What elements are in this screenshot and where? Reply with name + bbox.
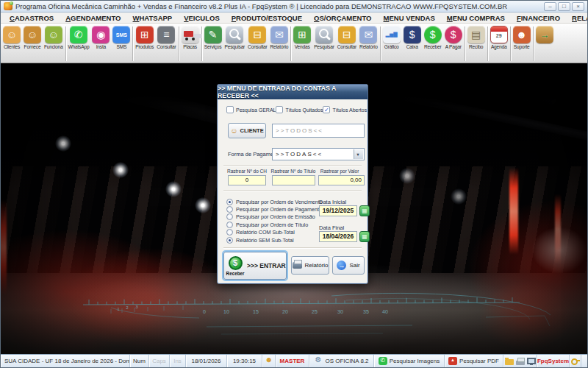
cliente-button[interactable]: ☺ CLIENTE bbox=[228, 123, 266, 138]
red-light-strip bbox=[509, 168, 518, 255]
receipt-icon: ▤ bbox=[467, 26, 485, 43]
checkbox-box[interactable] bbox=[226, 106, 234, 113]
cliente-input[interactable]: >>TODOS<< bbox=[272, 124, 365, 138]
rastrear-input-2[interactable] bbox=[272, 175, 315, 185]
radio-dot[interactable] bbox=[226, 222, 233, 228]
data-final-input[interactable]: 18/04/2026 bbox=[319, 231, 357, 242]
toolbar-consultar[interactable]: ⊟Consultar bbox=[336, 25, 358, 50]
menu-produto-estoque[interactable]: PRODUTO/ESTOQUE bbox=[226, 14, 308, 22]
radio-pesquisar-por-ordem-de-titulo[interactable]: Pesquisar por Ordem de Título bbox=[226, 221, 320, 228]
data-inicial-calendar-button[interactable]: ▦ bbox=[359, 205, 370, 216]
status-os-version: OS OFICINA 8.2 bbox=[309, 355, 374, 367]
radio-dot[interactable] bbox=[226, 237, 233, 244]
radio-dot[interactable] bbox=[226, 199, 233, 205]
checkbox-box[interactable]: ✓ bbox=[323, 106, 330, 113]
toolbar-produtos[interactable]: ⊞Produtos bbox=[134, 25, 155, 50]
menu-agendamento[interactable]: AGENDAMENTO bbox=[60, 14, 126, 22]
restore-button[interactable]: □ bbox=[558, 2, 570, 11]
whatsapp-icon: ✆ bbox=[70, 26, 87, 43]
checkbox-pesquisa-geral[interactable]: Pesquisa GERAL bbox=[226, 106, 276, 113]
archive-icon: ⊟ bbox=[338, 26, 356, 43]
relatorio-button[interactable]: Relatório bbox=[291, 256, 329, 275]
checkbox-titulos-quitados[interactable]: Títulos Quitados bbox=[276, 106, 323, 113]
toolbar-pesquisar[interactable]: Pesquisar bbox=[312, 25, 336, 50]
toolbar-label: Pesquisar bbox=[314, 44, 334, 49]
checkbox-box[interactable] bbox=[276, 106, 283, 113]
svg-text:30: 30 bbox=[337, 309, 343, 314]
menu-cadastros[interactable]: CADASTROS bbox=[4, 14, 60, 22]
radio-dot[interactable] bbox=[226, 213, 233, 220]
forma-pagamento-select[interactable]: >>TODAS<< ▼ bbox=[272, 148, 365, 160]
toolbar-insta[interactable]: ◉Insta bbox=[90, 25, 111, 50]
rastrear-input-1[interactable]: 0 bbox=[228, 175, 266, 185]
radio-dot[interactable] bbox=[226, 229, 233, 236]
toolbar-grafico[interactable]: ▂▅▇Gráfico bbox=[381, 25, 402, 50]
menu-whatsapp[interactable]: WHATSAPP bbox=[127, 14, 179, 22]
status-search-images[interactable]: Pesquisar Imagens bbox=[374, 355, 445, 367]
toolbar-clientes[interactable]: ☺Clientes bbox=[1, 25, 22, 50]
radio-relatorio-sem-sub-total[interactable]: Relatório SEM Sub-Total bbox=[226, 236, 320, 244]
sair-button[interactable]: → Sair bbox=[332, 256, 365, 275]
toolbar-receber[interactable]: $Receber bbox=[423, 25, 443, 50]
chevron-down-icon: ▼ bbox=[354, 149, 363, 159]
menu-bar: CADASTROSAGENDAMENTOWHATSAPPVEICULOSPROD… bbox=[1, 13, 587, 24]
minimize-button[interactable]: – bbox=[544, 2, 556, 11]
radio-pesquisar-por-ordem-de-emissao[interactable]: Pesquisar por Ordem de Emissão bbox=[226, 213, 320, 221]
toolbar-agenda[interactable]: 29Agenda bbox=[489, 25, 509, 50]
sales-cart-icon: ⊞ bbox=[293, 26, 311, 43]
clients-icon: ☺ bbox=[3, 26, 21, 43]
radio-pesquisar-por-ordem-de-vencimento[interactable]: Pesquisar por Ordem de Vencimento bbox=[226, 198, 320, 205]
radio-pesquisar-por-ordem-de-pagamento[interactable]: Pesquisar por Ordem de Pagamento bbox=[226, 205, 320, 213]
toolbar-a-pagar[interactable]: $A Pagar bbox=[443, 25, 464, 50]
menu-financeiro[interactable]: FINANCEIRO bbox=[511, 14, 566, 22]
radio-relatorio-com-sub-total[interactable]: Relatório COM Sub-Total bbox=[226, 229, 320, 236]
dollar-coin-icon: $ bbox=[229, 256, 243, 270]
checkbox-row: Pesquisa GERALTítulos Quitados✓Títulos A… bbox=[226, 106, 363, 113]
checkbox-titulos-abertos[interactable]: ✓Títulos Abertos bbox=[323, 106, 367, 113]
status-search-pdf[interactable]: Pesquisar PDF bbox=[445, 355, 503, 367]
toolbar-sms[interactable]: SMSSMS bbox=[111, 25, 132, 50]
toolbar-separator bbox=[487, 26, 488, 61]
status-text: MASTER bbox=[280, 358, 305, 364]
toolbar-relatorio[interactable]: ✉Relatório bbox=[269, 25, 290, 50]
toolbar-label: Fornece bbox=[24, 44, 41, 49]
toolbar-label: Suporte bbox=[514, 44, 530, 49]
toolbar-separator bbox=[510, 26, 511, 61]
menu-veiculos[interactable]: VEICULOS bbox=[178, 14, 226, 22]
menu-relatorios[interactable]: RELATÓRIOS bbox=[566, 14, 588, 22]
toolbar-consultar[interactable]: ⊟Consultar bbox=[246, 25, 268, 50]
toolbar-fornece[interactable]: ☺Fornece bbox=[22, 25, 43, 50]
dialog-title[interactable]: >> MENU DE ENTRADA DO CONTAS A RECEBER <… bbox=[218, 85, 368, 99]
search-icon bbox=[226, 26, 243, 43]
toolbar-exit-door-icon[interactable]: → bbox=[534, 25, 555, 45]
toolbar-caixa[interactable]: $Caixa bbox=[402, 25, 423, 50]
entrar-button[interactable]: $ Receber >>> ENTRAR bbox=[223, 252, 287, 280]
sair-label: Sair bbox=[349, 262, 359, 269]
printer-icon bbox=[516, 361, 525, 365]
toolbar-placas[interactable]: Placas bbox=[180, 25, 201, 50]
menu-menu-compras[interactable]: MENU COMPRAS bbox=[441, 14, 511, 22]
toolbar-pesquisar[interactable]: Pesquisar bbox=[223, 25, 247, 50]
menu-os-orcamento[interactable]: OS/ORÇAMENTO bbox=[308, 14, 377, 22]
toolbar-funciona[interactable]: ☺Funciona bbox=[43, 25, 65, 50]
toolbar-label: Gráfico bbox=[384, 44, 399, 49]
menu-menu-vendas[interactable]: MENU VENDAS bbox=[378, 14, 441, 22]
toolbar-label: Consultar bbox=[157, 44, 176, 49]
status-quick-tools[interactable] bbox=[503, 355, 537, 367]
data-final-calendar-button[interactable]: ▦ bbox=[359, 231, 370, 242]
employee-icon: ☺ bbox=[45, 26, 62, 43]
radio-dot[interactable] bbox=[226, 206, 233, 213]
toolbar-recibo[interactable]: ▤Recibo bbox=[466, 25, 487, 50]
toolbar-whatsapp[interactable]: ✆WhatsApp bbox=[67, 25, 91, 50]
relatorio-label: Relatório bbox=[305, 262, 329, 269]
rastrear-input-3[interactable]: 0,00 bbox=[318, 175, 365, 185]
close-button[interactable]: × bbox=[572, 2, 584, 11]
toolbar-vendas[interactable]: ⊞Vendas bbox=[292, 25, 312, 50]
data-inicial-input[interactable]: 19/12/2025 bbox=[319, 205, 357, 216]
calendar-icon: 29 bbox=[490, 26, 508, 43]
toolbar-consultar[interactable]: ≡Consultar bbox=[155, 25, 177, 50]
svg-text:25: 25 bbox=[312, 309, 318, 314]
toolbar-relatorio[interactable]: ✉Relatório bbox=[358, 25, 379, 50]
toolbar-suporte[interactable]: ☻Suporte bbox=[512, 25, 532, 50]
toolbar-servicos[interactable]: ✎Serviços bbox=[203, 25, 223, 50]
